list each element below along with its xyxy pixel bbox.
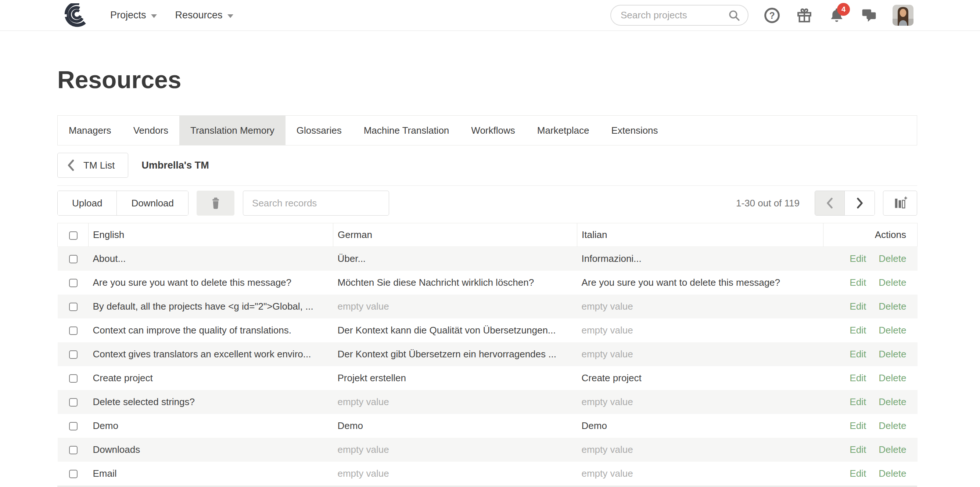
row-checkbox-cell bbox=[58, 271, 89, 295]
cell-english: Context can improve the quality of trans… bbox=[89, 319, 333, 342]
delete-records-button[interactable] bbox=[197, 190, 234, 216]
tab-workflows[interactable]: Workflows bbox=[460, 116, 526, 145]
whats-new-button[interactable] bbox=[795, 6, 813, 24]
projects-search-input[interactable] bbox=[620, 10, 728, 21]
delete-link[interactable]: Delete bbox=[878, 325, 906, 336]
row-checkbox[interactable] bbox=[69, 422, 78, 430]
main-content: Resources ManagersVendorsTranslation Mem… bbox=[57, 68, 917, 487]
pager bbox=[815, 190, 875, 216]
upload-button[interactable]: Upload bbox=[58, 191, 116, 215]
row-checkbox[interactable] bbox=[69, 470, 78, 478]
breadcrumb-current: Umbrella's TM bbox=[142, 160, 209, 171]
row-checkbox[interactable] bbox=[69, 327, 78, 335]
breadcrumb: TM List Umbrella's TM bbox=[57, 153, 917, 178]
row-checkbox[interactable] bbox=[69, 374, 78, 383]
delete-link[interactable]: Delete bbox=[878, 396, 906, 407]
delete-link[interactable]: Delete bbox=[878, 444, 906, 455]
edit-link[interactable]: Edit bbox=[850, 373, 866, 384]
delete-link[interactable]: Delete bbox=[878, 468, 906, 479]
cell-english: Delete selected strings? bbox=[89, 390, 333, 414]
row-actions: Edit Delete bbox=[824, 342, 918, 366]
edit-link[interactable]: Edit bbox=[850, 325, 866, 336]
row-actions: Edit Delete bbox=[824, 247, 918, 271]
row-checkbox-cell bbox=[58, 366, 89, 390]
cell-italian: Informazioni... bbox=[577, 247, 824, 271]
pagination-range: 1-30 out of 119 bbox=[736, 198, 800, 209]
delete-link[interactable]: Delete bbox=[878, 420, 906, 431]
help-icon: ? bbox=[764, 7, 781, 24]
avatar-photo bbox=[892, 5, 913, 26]
row-checkbox[interactable] bbox=[69, 255, 78, 263]
notifications-button[interactable]: 4 bbox=[828, 6, 845, 24]
tab-machine-translation[interactable]: Machine Translation bbox=[353, 116, 460, 145]
cell-italian: empty value bbox=[577, 390, 824, 414]
row-checkbox[interactable] bbox=[69, 398, 78, 406]
tab-extensions[interactable]: Extensions bbox=[600, 116, 669, 145]
nav-menu-resources[interactable]: Resources bbox=[175, 10, 233, 21]
row-actions: Edit Delete bbox=[824, 271, 918, 295]
tab-translation-memory[interactable]: Translation Memory bbox=[179, 116, 285, 145]
search-icon[interactable] bbox=[728, 9, 740, 22]
tab-glossaries[interactable]: Glossaries bbox=[285, 116, 353, 145]
trash-icon bbox=[210, 197, 221, 209]
crowdin-logo[interactable] bbox=[59, 3, 88, 28]
row-checkbox[interactable] bbox=[69, 279, 78, 287]
manage-columns-icon bbox=[892, 195, 908, 211]
cell-german: empty value bbox=[333, 390, 577, 414]
table-row: Demo Demo Demo Edit Delete bbox=[58, 414, 918, 438]
tab-marketplace[interactable]: Marketplace bbox=[526, 116, 600, 145]
nav-menu-projects-label: Projects bbox=[110, 10, 146, 21]
edit-link[interactable]: Edit bbox=[850, 349, 866, 360]
delete-link[interactable]: Delete bbox=[878, 277, 906, 288]
next-page-button[interactable] bbox=[845, 191, 875, 215]
row-checkbox-cell bbox=[58, 295, 89, 319]
cell-italian: empty value bbox=[577, 342, 824, 366]
edit-link[interactable]: Edit bbox=[850, 396, 866, 407]
prev-page-button[interactable] bbox=[815, 191, 845, 215]
row-actions: Edit Delete bbox=[824, 414, 918, 438]
header-italian: Italian bbox=[577, 223, 824, 247]
delete-link[interactable]: Delete bbox=[878, 349, 906, 360]
tm-list-back-button[interactable]: TM List bbox=[57, 153, 128, 178]
upload-download-group: Upload Download bbox=[57, 190, 188, 216]
notification-badge: 4 bbox=[837, 3, 850, 16]
messages-button[interactable] bbox=[860, 6, 878, 24]
delete-link[interactable]: Delete bbox=[878, 301, 906, 312]
cell-german: Möchten Sie diese Nachricht wirklich lös… bbox=[333, 271, 577, 295]
projects-search bbox=[610, 5, 748, 26]
row-actions: Edit Delete bbox=[824, 366, 918, 390]
row-checkbox-cell bbox=[58, 438, 89, 462]
cell-italian: Are you sure you want to delete this mes… bbox=[577, 271, 824, 295]
avatar[interactable] bbox=[892, 5, 913, 26]
header-german: German bbox=[333, 223, 577, 247]
edit-link[interactable]: Edit bbox=[850, 444, 866, 455]
search-records-input[interactable] bbox=[243, 190, 389, 216]
edit-link[interactable]: Edit bbox=[850, 277, 866, 288]
tab-managers[interactable]: Managers bbox=[58, 116, 123, 145]
edit-link[interactable]: Edit bbox=[850, 301, 866, 312]
row-checkbox[interactable] bbox=[69, 303, 78, 311]
select-all-checkbox[interactable] bbox=[69, 232, 78, 240]
tm-records-table: English German Italian Actions About... … bbox=[57, 223, 918, 485]
page-title: Resources bbox=[57, 68, 917, 92]
cell-german: empty value bbox=[333, 438, 577, 462]
tab-vendors[interactable]: Vendors bbox=[123, 116, 179, 145]
nav-menu-projects[interactable]: Projects bbox=[110, 10, 157, 21]
header-checkbox-cell bbox=[58, 223, 89, 247]
edit-link[interactable]: Edit bbox=[850, 420, 866, 431]
cell-german: Der Kontext gibt Übersetzern ein hervorr… bbox=[333, 342, 577, 366]
manage-columns-button[interactable] bbox=[883, 190, 917, 216]
edit-link[interactable]: Edit bbox=[850, 468, 866, 479]
row-checkbox[interactable] bbox=[69, 446, 78, 454]
delete-link[interactable]: Delete bbox=[878, 373, 906, 384]
row-checkbox[interactable] bbox=[69, 351, 78, 359]
cell-english: Downloads bbox=[89, 438, 333, 462]
edit-link[interactable]: Edit bbox=[850, 253, 866, 264]
header-english: English bbox=[89, 223, 333, 247]
delete-link[interactable]: Delete bbox=[878, 253, 906, 264]
help-button[interactable]: ? bbox=[763, 6, 781, 24]
cell-italian: Demo bbox=[577, 414, 824, 438]
tm-toolbar: Upload Download 1-30 out of 119 bbox=[57, 190, 917, 216]
table-header: English German Italian Actions bbox=[58, 223, 918, 247]
download-button[interactable]: Download bbox=[116, 191, 188, 215]
